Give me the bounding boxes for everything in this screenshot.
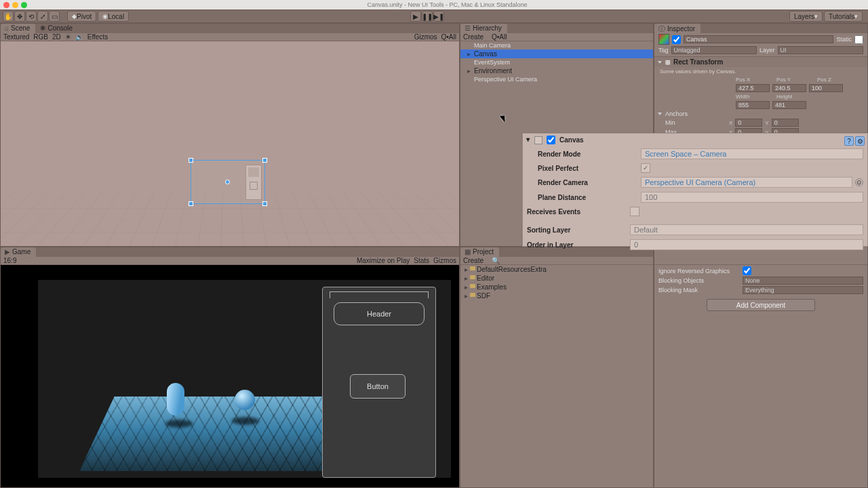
static-checkbox[interactable]: [854, 35, 863, 44]
project-search[interactable]: 🔍: [492, 257, 500, 264]
posy-field[interactable]: [772, 84, 806, 92]
gear-icon[interactable]: ⚙: [855, 136, 865, 146]
capsule-mesh: [167, 383, 184, 415]
pivot-toggle[interactable]: ◆ Pivot: [67, 11, 96, 22]
tab-scene[interactable]: ⌂Scene: [1, 24, 35, 33]
scene-subbar: Textured RGB 2D ☀ 🔈 Effects Gizmos Q•All: [1, 33, 459, 41]
object-picker-icon[interactable]: ⊙: [855, 178, 863, 186]
hierarchy-item[interactable]: Main Camera: [460, 41, 653, 49]
hierarchy-search[interactable]: Q•All: [492, 33, 507, 41]
2d-toggle[interactable]: 2D: [52, 33, 61, 41]
game-render: Header Button: [38, 280, 451, 478]
height-field[interactable]: [772, 101, 806, 109]
project-panel: ▦Project Create 🔍 ▸DefaultResourcesExtra…: [460, 247, 654, 488]
hand-tool[interactable]: ✋: [3, 11, 14, 22]
posx-field[interactable]: [736, 84, 770, 92]
zoom-dot[interactable]: [21, 2, 27, 8]
project-create[interactable]: Create: [463, 257, 484, 264]
project-folder[interactable]: ▸Examples: [460, 283, 653, 291]
local-toggle[interactable]: ◉ Local: [98, 11, 129, 22]
rect-driven-note: Some values driven by Canvas.: [654, 67, 867, 76]
ui-card-gizmo: [245, 165, 262, 200]
max-on-play[interactable]: Maximize on Play: [357, 257, 410, 264]
scene-search[interactable]: Q•All: [441, 33, 456, 41]
sorting-layer-dropdown[interactable]: Default: [630, 224, 863, 235]
effects-dropdown[interactable]: Effects: [87, 33, 108, 41]
active-checkbox[interactable]: [672, 35, 681, 44]
layers-dropdown[interactable]: Layers ▾: [789, 11, 823, 22]
sphere-mesh: [235, 390, 255, 410]
width-field[interactable]: [736, 101, 770, 109]
tab-project[interactable]: ▦Project: [460, 247, 499, 257]
tab-hierarchy[interactable]: ☰Hierarchy: [460, 24, 507, 33]
canvas-component-zoom: ?⚙ ▸ Canvas Render ModeScreen Space – Ca…: [522, 133, 868, 247]
name-field[interactable]: [684, 35, 833, 43]
rgb-dropdown[interactable]: RGB: [33, 33, 48, 41]
tab-inspector[interactable]: ⓘInspector: [654, 24, 701, 33]
receives-events-checkbox[interactable]: [630, 207, 639, 216]
ui-card: Header Button: [322, 287, 436, 478]
tab-game[interactable]: ▶Game: [1, 247, 36, 257]
layer-dropdown[interactable]: UI: [778, 46, 863, 54]
close-dot[interactable]: [3, 2, 9, 8]
card-header: Header: [334, 302, 425, 325]
rect-tool[interactable]: ▭: [49, 11, 60, 22]
hierarchy-list: Main Camera ▸Canvas EventSystem ▸Environ…: [460, 41, 653, 83]
project-folder[interactable]: ▸SDF: [460, 291, 653, 300]
rotate-tool[interactable]: ⟲: [26, 11, 37, 22]
project-folder[interactable]: ▸Editor: [460, 274, 653, 283]
add-component-button[interactable]: Add Component: [707, 299, 815, 311]
move-tool[interactable]: ✥: [14, 11, 25, 22]
tab-console[interactable]: ✱Console: [36, 24, 78, 33]
project-list: ▸DefaultResourcesExtra ▸Editor ▸Examples…: [460, 265, 653, 300]
audio-toggle[interactable]: 🔈: [75, 33, 83, 41]
light-toggle[interactable]: ☀: [65, 33, 71, 41]
blocking-mask-dropdown[interactable]: Everything: [743, 286, 863, 294]
canvas-gizmo[interactable]: [191, 160, 265, 204]
canvas-icon: [534, 136, 542, 144]
hierarchy-item[interactable]: EventSystem: [460, 58, 653, 66]
game-panel: ▶Game 16:9 Maximize on Play Stats Gizmos…: [0, 247, 460, 488]
game-gizmos[interactable]: Gizmos: [433, 257, 456, 264]
pixel-perfect-checkbox[interactable]: [641, 163, 650, 173]
rect-transform-header[interactable]: ⊞ Rect Transform: [654, 56, 867, 67]
static-label: Static: [836, 36, 852, 43]
scene-viewport[interactable]: [1, 41, 459, 246]
aspect-dropdown[interactable]: 16:9: [3, 257, 16, 264]
inspector-panel: ⓘInspector Static Tag Untagged Layer UI …: [654, 23, 868, 488]
ignore-reversed-checkbox[interactable]: [743, 266, 751, 275]
tag-dropdown[interactable]: Untagged: [671, 46, 757, 54]
anchor-min-y[interactable]: [772, 119, 799, 127]
game-viewport: Header Button: [1, 265, 459, 487]
min-dot[interactable]: [12, 2, 18, 8]
canvas-enabled-checkbox[interactable]: [547, 136, 555, 144]
order-in-layer-field[interactable]: 0: [630, 239, 863, 250]
plane-distance-field[interactable]: 100: [641, 192, 863, 203]
shading-dropdown[interactable]: Textured: [3, 33, 29, 41]
project-folder[interactable]: ▸DefaultResourcesExtra: [460, 265, 653, 274]
layout-dropdown[interactable]: Tutorials ▾: [824, 11, 863, 22]
step-button[interactable]: ▶❚: [433, 11, 444, 22]
render-mode-dropdown[interactable]: Screen Space – Camera: [641, 148, 863, 159]
hierarchy-item-selected[interactable]: ▸Canvas: [460, 49, 653, 58]
render-camera-field[interactable]: Perspective UI Camera (Camera): [641, 177, 852, 188]
play-button[interactable]: ▶: [410, 11, 421, 22]
game-subbar: 16:9 Maximize on Play Stats Gizmos: [1, 257, 459, 265]
stats-toggle[interactable]: Stats: [414, 257, 429, 264]
posz-field[interactable]: [809, 84, 843, 92]
gizmos-dropdown[interactable]: Gizmos: [414, 33, 437, 41]
pause-button[interactable]: ❚❚: [422, 11, 433, 22]
hierarchy-item[interactable]: Perspective UI Camera: [460, 75, 653, 83]
scene-panel: ⌂Scene ✱Console Textured RGB 2D ☀ 🔈 Effe…: [0, 23, 460, 247]
scale-tool[interactable]: ⤢: [37, 11, 48, 22]
blocking-objects-dropdown[interactable]: None: [743, 277, 863, 285]
anchor-min-x[interactable]: [735, 119, 762, 127]
mac-titlebar: Canvas.unity - New UI Tools - PC, Mac & …: [0, 0, 868, 9]
hierarchy-create[interactable]: Create: [463, 33, 484, 41]
pivot-handle[interactable]: [225, 180, 230, 184]
card-button[interactable]: Button: [350, 374, 406, 399]
main-toolbar: ✋ ✥ ⟲ ⤢ ▭ ◆ Pivot ◉ Local ▶ ❚❚ ▶❚ Layers…: [0, 9, 868, 23]
help-icon[interactable]: ?: [844, 136, 854, 146]
gameobject-icon: [658, 34, 669, 45]
hierarchy-item[interactable]: ▸Environment: [460, 66, 653, 75]
